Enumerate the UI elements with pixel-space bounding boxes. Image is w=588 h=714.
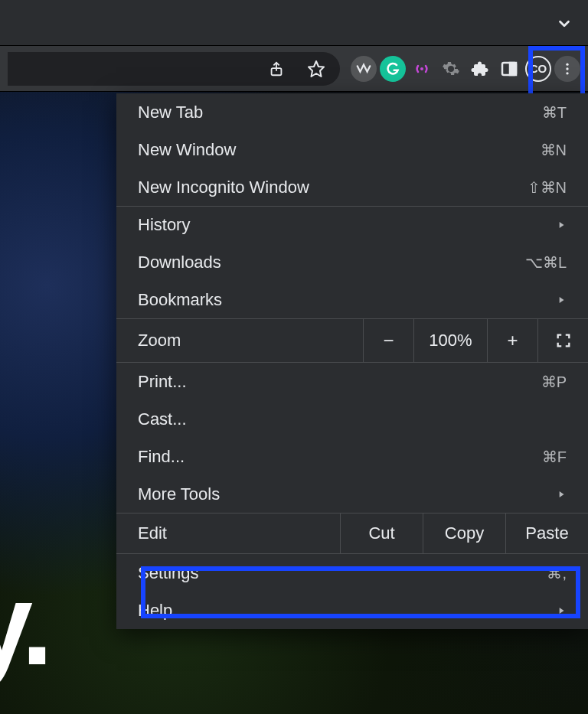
menu-item-label: Settings — [138, 563, 547, 583]
address-bar-right — [8, 52, 340, 86]
menu-item-shortcut: ⌘T — [542, 103, 567, 122]
menu-item-shortcut: ⌥⌘L — [525, 253, 567, 272]
bookmark-star-icon[interactable] — [303, 56, 329, 82]
extension-gear-icon[interactable] — [438, 56, 464, 82]
menu-item-label: Bookmarks — [138, 290, 556, 310]
menu-item-bookmarks[interactable]: Bookmarks — [116, 281, 588, 318]
menu-kebab-icon[interactable] — [554, 56, 580, 82]
profile-avatar[interactable]: CO — [525, 56, 551, 82]
svg-point-5 — [566, 63, 568, 65]
page-hero-text-fragment: ey. — [0, 559, 50, 691]
zoom-out-button[interactable]: − — [363, 319, 413, 362]
menu-item-history[interactable]: History — [116, 206, 588, 243]
menu-item-label: Print... — [138, 372, 541, 392]
extension-broadcast-icon[interactable] — [409, 56, 435, 82]
svg-rect-4 — [510, 63, 516, 75]
menu-item-find[interactable]: Find... ⌘F — [116, 438, 588, 475]
zoom-level-value: 100% — [413, 319, 487, 362]
submenu-arrow-icon — [556, 220, 567, 230]
menu-item-label: New Window — [138, 140, 541, 160]
submenu-arrow-icon — [556, 605, 567, 616]
menu-item-shortcut: ⌘P — [541, 373, 567, 391]
menu-item-print[interactable]: Print... ⌘P — [116, 363, 588, 400]
svg-point-2 — [420, 67, 423, 70]
menu-item-label: Zoom — [116, 319, 363, 362]
fullscreen-button[interactable] — [537, 319, 588, 362]
edit-paste-button[interactable]: Paste — [505, 513, 588, 553]
menu-item-shortcut: ⇧⌘N — [528, 178, 567, 197]
edit-cut-button[interactable]: Cut — [340, 513, 423, 553]
menu-item-new-incognito[interactable]: New Incognito Window ⇧⌘N — [116, 168, 588, 206]
menu-item-label: Help — [138, 601, 556, 621]
menu-item-shortcut: ⌘, — [547, 564, 567, 582]
side-panel-icon[interactable] — [496, 56, 522, 82]
zoom-in-button[interactable]: + — [487, 319, 537, 362]
extension-grammarly-icon[interactable] — [380, 56, 406, 82]
menu-item-label: History — [138, 215, 556, 235]
submenu-arrow-icon — [556, 489, 567, 500]
menu-item-zoom: Zoom − 100% + — [116, 318, 588, 363]
svg-marker-1 — [309, 61, 324, 77]
share-icon[interactable] — [263, 56, 289, 82]
menu-item-label: New Tab — [138, 103, 542, 122]
svg-point-7 — [566, 72, 568, 74]
menu-item-settings[interactable]: Settings ⌘, — [116, 554, 588, 592]
browser-toolbar: CO — [0, 46, 588, 92]
menu-item-new-window[interactable]: New Window ⌘N — [116, 131, 588, 168]
menu-item-label: Downloads — [138, 253, 525, 272]
menu-item-label: New Incognito Window — [138, 178, 528, 197]
tab-strip — [0, 0, 588, 46]
tab-overflow-chevron-icon[interactable] — [556, 15, 573, 32]
extensions-puzzle-icon[interactable] — [467, 56, 493, 82]
menu-item-shortcut: ⌘F — [542, 448, 567, 466]
browser-main-menu: New Tab ⌘T New Window ⌘N New Incognito W… — [116, 93, 588, 629]
menu-item-label: Find... — [138, 447, 542, 467]
edit-copy-button[interactable]: Copy — [423, 513, 505, 553]
menu-item-new-tab[interactable]: New Tab ⌘T — [116, 93, 588, 131]
menu-item-label: More Tools — [138, 484, 556, 504]
svg-point-6 — [566, 67, 568, 70]
menu-item-edit: Edit Cut Copy Paste — [116, 513, 588, 554]
menu-item-shortcut: ⌘N — [541, 141, 567, 159]
menu-item-downloads[interactable]: Downloads ⌥⌘L — [116, 243, 588, 281]
menu-item-help[interactable]: Help — [116, 592, 588, 629]
menu-item-more-tools[interactable]: More Tools — [116, 475, 588, 513]
menu-item-label: Edit — [116, 513, 340, 553]
menu-item-cast[interactable]: Cast... — [116, 400, 588, 438]
menu-item-label: Cast... — [138, 409, 567, 429]
extension-w-icon[interactable] — [351, 56, 377, 82]
submenu-arrow-icon — [556, 295, 567, 305]
